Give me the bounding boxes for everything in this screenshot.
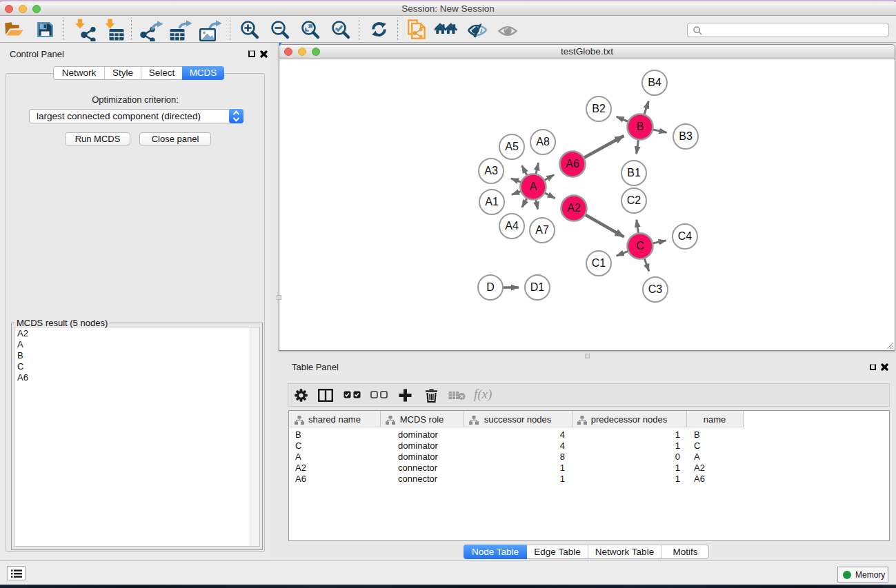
svg-text:A4: A4 [505,220,519,232]
svg-text:B1: B1 [627,167,641,179]
svg-text:C3: C3 [648,283,663,295]
svg-text:A5: A5 [505,141,519,152]
svg-text:A: A [530,181,537,192]
svg-text:B: B [637,121,644,132]
svg-text:A1: A1 [485,196,499,207]
svg-text:C: C [636,240,644,252]
svg-text:A7: A7 [535,224,549,236]
svg-text:C2: C2 [627,194,641,206]
svg-text:C4: C4 [678,230,693,242]
svg-text:A6: A6 [566,158,579,170]
svg-text:D1: D1 [530,281,545,293]
svg-text:B2: B2 [592,103,606,114]
svg-text:C1: C1 [592,257,606,269]
svg-text:A2: A2 [567,202,581,214]
svg-text:B4: B4 [648,77,661,88]
svg-text:B3: B3 [679,130,693,142]
svg-text:D: D [486,281,495,293]
svg-text:A8: A8 [536,136,550,148]
svg-text:A3: A3 [484,165,498,176]
